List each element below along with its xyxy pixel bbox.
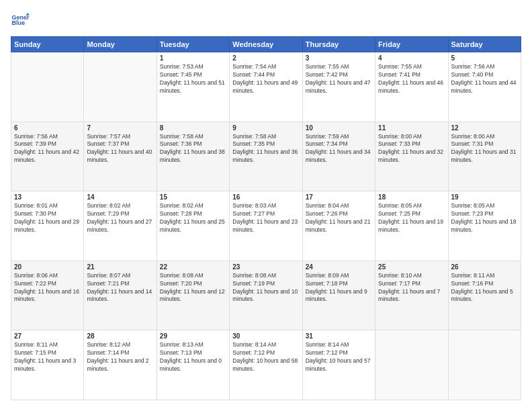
weekday-header-row: SundayMondayTuesdayWednesdayThursdayFrid… — [11, 37, 521, 52]
day-info: Sunrise: 7:55 AMSunset: 7:41 PMDaylight:… — [378, 63, 445, 95]
day-cell-17: 17Sunrise: 8:04 AMSunset: 7:26 PMDayligh… — [302, 191, 375, 261]
day-number: 7 — [87, 124, 153, 132]
day-info: Sunrise: 8:04 AMSunset: 7:26 PMDaylight:… — [306, 202, 372, 234]
day-number: 23 — [232, 263, 299, 271]
calendar-table: SundayMondayTuesdayWednesdayThursdayFrid… — [11, 36, 521, 400]
week-row-4: 20Sunrise: 8:06 AMSunset: 7:22 PMDayligh… — [11, 261, 521, 330]
day-info: Sunrise: 8:14 AMSunset: 7:12 PMDaylight:… — [232, 341, 299, 373]
logo: General Blue — [11, 11, 30, 30]
weekday-header-friday: Friday — [375, 37, 448, 52]
week-row-3: 13Sunrise: 8:01 AMSunset: 7:30 PMDayligh… — [11, 191, 521, 261]
day-info: Sunrise: 8:02 AMSunset: 7:28 PMDaylight:… — [160, 202, 226, 234]
day-info: Sunrise: 7:57 AMSunset: 7:37 PMDaylight:… — [87, 133, 153, 165]
day-number: 6 — [14, 124, 81, 132]
day-info: Sunrise: 8:06 AMSunset: 7:22 PMDaylight:… — [14, 272, 81, 304]
weekday-header-sunday: Sunday — [11, 37, 84, 52]
week-row-1: 1Sunrise: 7:53 AMSunset: 7:45 PMDaylight… — [11, 52, 521, 122]
day-cell-30: 30Sunrise: 8:14 AMSunset: 7:12 PMDayligh… — [230, 330, 302, 400]
weekday-header-monday: Monday — [84, 37, 157, 52]
day-number: 24 — [306, 263, 372, 271]
day-cell-8: 8Sunrise: 7:58 AMSunset: 7:36 PMDaylight… — [157, 122, 229, 191]
day-cell-4: 4Sunrise: 7:55 AMSunset: 7:41 PMDaylight… — [375, 52, 448, 122]
day-number: 16 — [232, 193, 299, 201]
day-info: Sunrise: 8:02 AMSunset: 7:29 PMDaylight:… — [87, 202, 153, 234]
day-cell-31: 31Sunrise: 8:14 AMSunset: 7:12 PMDayligh… — [302, 330, 375, 400]
day-info: Sunrise: 7:54 AMSunset: 7:44 PMDaylight:… — [232, 63, 299, 95]
day-info: Sunrise: 8:05 AMSunset: 7:25 PMDaylight:… — [378, 202, 445, 234]
day-info: Sunrise: 7:58 AMSunset: 7:36 PMDaylight:… — [160, 133, 226, 165]
day-cell-28: 28Sunrise: 8:12 AMSunset: 7:14 PMDayligh… — [84, 330, 157, 400]
day-info: Sunrise: 8:14 AMSunset: 7:12 PMDaylight:… — [306, 341, 372, 373]
day-number: 27 — [14, 332, 81, 340]
day-cell-27: 27Sunrise: 8:11 AMSunset: 7:15 PMDayligh… — [11, 330, 84, 400]
day-info: Sunrise: 8:00 AMSunset: 7:31 PMDaylight:… — [451, 133, 518, 165]
day-number: 13 — [14, 193, 81, 201]
day-info: Sunrise: 8:05 AMSunset: 7:23 PMDaylight:… — [451, 202, 518, 234]
day-number: 18 — [378, 193, 445, 201]
day-number: 30 — [232, 332, 299, 340]
day-cell-empty — [84, 52, 157, 122]
day-cell-21: 21Sunrise: 8:07 AMSunset: 7:21 PMDayligh… — [84, 261, 157, 330]
day-cell-5: 5Sunrise: 7:56 AMSunset: 7:40 PMDaylight… — [448, 52, 521, 122]
day-number: 29 — [160, 332, 226, 340]
day-number: 28 — [87, 332, 153, 340]
day-info: Sunrise: 8:11 AMSunset: 7:15 PMDaylight:… — [14, 341, 81, 373]
day-info: Sunrise: 7:59 AMSunset: 7:34 PMDaylight:… — [306, 133, 372, 165]
day-cell-empty — [11, 52, 84, 122]
day-info: Sunrise: 7:56 AMSunset: 7:40 PMDaylight:… — [451, 63, 518, 95]
day-cell-19: 19Sunrise: 8:05 AMSunset: 7:23 PMDayligh… — [448, 191, 521, 261]
weekday-header-tuesday: Tuesday — [157, 37, 229, 52]
week-row-2: 6Sunrise: 7:56 AMSunset: 7:39 PMDaylight… — [11, 122, 521, 191]
day-info: Sunrise: 7:53 AMSunset: 7:45 PMDaylight:… — [160, 63, 226, 95]
day-cell-18: 18Sunrise: 8:05 AMSunset: 7:25 PMDayligh… — [375, 191, 448, 261]
day-info: Sunrise: 8:01 AMSunset: 7:30 PMDaylight:… — [14, 202, 81, 234]
day-info: Sunrise: 8:08 AMSunset: 7:19 PMDaylight:… — [232, 272, 299, 304]
day-number: 25 — [378, 263, 445, 271]
day-cell-empty — [375, 330, 448, 400]
day-number: 22 — [160, 263, 226, 271]
day-number: 17 — [306, 193, 372, 201]
day-cell-3: 3Sunrise: 7:55 AMSunset: 7:42 PMDaylight… — [302, 52, 375, 122]
day-cell-14: 14Sunrise: 8:02 AMSunset: 7:29 PMDayligh… — [84, 191, 157, 261]
day-cell-26: 26Sunrise: 8:11 AMSunset: 7:16 PMDayligh… — [448, 261, 521, 330]
day-cell-24: 24Sunrise: 8:09 AMSunset: 7:18 PMDayligh… — [302, 261, 375, 330]
day-number: 1 — [160, 54, 226, 62]
day-cell-15: 15Sunrise: 8:02 AMSunset: 7:28 PMDayligh… — [157, 191, 229, 261]
day-number: 14 — [87, 193, 153, 201]
day-info: Sunrise: 8:13 AMSunset: 7:13 PMDaylight:… — [160, 341, 226, 373]
day-cell-29: 29Sunrise: 8:13 AMSunset: 7:13 PMDayligh… — [157, 330, 229, 400]
day-info: Sunrise: 7:55 AMSunset: 7:42 PMDaylight:… — [306, 63, 372, 95]
day-cell-23: 23Sunrise: 8:08 AMSunset: 7:19 PMDayligh… — [230, 261, 302, 330]
day-info: Sunrise: 8:08 AMSunset: 7:20 PMDaylight:… — [160, 272, 226, 304]
weekday-header-wednesday: Wednesday — [230, 37, 302, 52]
header: General Blue — [11, 11, 521, 30]
day-info: Sunrise: 7:56 AMSunset: 7:39 PMDaylight:… — [14, 133, 81, 165]
day-number: 26 — [451, 263, 518, 271]
day-cell-6: 6Sunrise: 7:56 AMSunset: 7:39 PMDaylight… — [11, 122, 84, 191]
day-cell-13: 13Sunrise: 8:01 AMSunset: 7:30 PMDayligh… — [11, 191, 84, 261]
day-cell-22: 22Sunrise: 8:08 AMSunset: 7:20 PMDayligh… — [157, 261, 229, 330]
day-cell-7: 7Sunrise: 7:57 AMSunset: 7:37 PMDaylight… — [84, 122, 157, 191]
day-info: Sunrise: 8:11 AMSunset: 7:16 PMDaylight:… — [451, 272, 518, 304]
day-info: Sunrise: 8:10 AMSunset: 7:17 PMDaylight:… — [378, 272, 445, 304]
weekday-header-thursday: Thursday — [302, 37, 375, 52]
day-cell-16: 16Sunrise: 8:03 AMSunset: 7:27 PMDayligh… — [230, 191, 302, 261]
day-info: Sunrise: 8:09 AMSunset: 7:18 PMDaylight:… — [306, 272, 372, 304]
day-info: Sunrise: 8:00 AMSunset: 7:33 PMDaylight:… — [378, 133, 445, 165]
day-number: 21 — [87, 263, 153, 271]
day-number: 9 — [232, 124, 299, 132]
day-cell-10: 10Sunrise: 7:59 AMSunset: 7:34 PMDayligh… — [302, 122, 375, 191]
day-number: 20 — [14, 263, 81, 271]
day-cell-25: 25Sunrise: 8:10 AMSunset: 7:17 PMDayligh… — [375, 261, 448, 330]
day-number: 3 — [306, 54, 372, 62]
day-cell-empty — [448, 330, 521, 400]
day-number: 4 — [378, 54, 445, 62]
day-info: Sunrise: 8:07 AMSunset: 7:21 PMDaylight:… — [87, 272, 153, 304]
day-cell-2: 2Sunrise: 7:54 AMSunset: 7:44 PMDaylight… — [230, 52, 302, 122]
day-number: 2 — [232, 54, 299, 62]
day-number: 5 — [451, 54, 518, 62]
day-cell-20: 20Sunrise: 8:06 AMSunset: 7:22 PMDayligh… — [11, 261, 84, 330]
day-number: 15 — [160, 193, 226, 201]
day-number: 19 — [451, 193, 518, 201]
logo-icon: General Blue — [11, 11, 30, 30]
